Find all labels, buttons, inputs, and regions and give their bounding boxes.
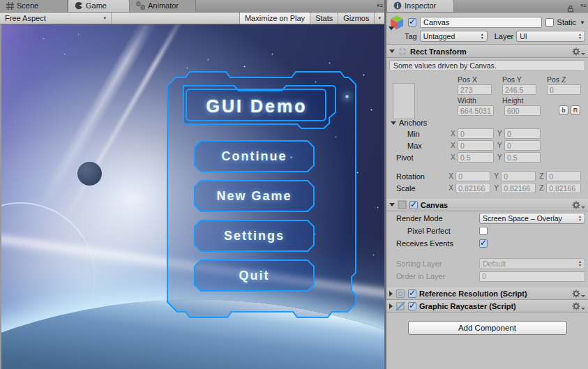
pixel-perfect-checkbox[interactable] xyxy=(479,227,488,235)
foldout-triangle[interactable] xyxy=(389,50,395,53)
reference-resolution-title: Reference Resolution (Script) xyxy=(419,289,569,298)
canvas-component-header[interactable]: Canvas xyxy=(386,199,588,211)
gear-icon[interactable] xyxy=(572,302,585,310)
sorting-layer-value: Default xyxy=(483,259,576,268)
rotation-y-field: 0 xyxy=(501,171,536,181)
reference-resolution-header[interactable]: Reference Resolution (Script) xyxy=(386,287,588,300)
render-mode-dropdown[interactable]: Screen Space – Overlay xyxy=(479,213,585,224)
tab-scene-label: Scene xyxy=(17,1,38,10)
pos-y-label: Pos Y xyxy=(495,75,536,84)
render-mode-label: Render Mode xyxy=(389,214,479,223)
continue-button[interactable]: Continue xyxy=(195,141,314,172)
foldout-triangle[interactable] xyxy=(389,291,393,296)
layer-label: Layer xyxy=(495,32,514,40)
settings-button[interactable]: Settings xyxy=(195,220,314,251)
foldout-triangle[interactable] xyxy=(389,203,395,206)
anchor-max-y-field: 0 xyxy=(504,140,541,151)
new-game-button[interactable]: New Game xyxy=(195,181,314,211)
canvas-component-icon xyxy=(398,200,407,209)
active-checkbox[interactable] xyxy=(408,18,416,27)
static-checkbox[interactable] xyxy=(545,18,554,27)
gear-icon[interactable] xyxy=(572,47,585,56)
chevron-down-icon: ▾ xyxy=(378,15,381,21)
pivot-x-field: 0.5 xyxy=(458,152,494,163)
tag-dropdown[interactable]: Untagged xyxy=(420,31,488,42)
game-view: GUI Demo Continue New Game Settings Quit xyxy=(0,24,384,369)
rotation-label: Rotation xyxy=(386,172,448,181)
raw-edit-mode-button[interactable]: R xyxy=(571,105,580,115)
rect-transform-icon xyxy=(398,47,407,57)
anchors-label: Anchors xyxy=(399,119,427,127)
pivot-y-field: 0.5 xyxy=(504,152,541,163)
animator-icon xyxy=(136,1,145,10)
aspect-dropdown-value: Free Aspect xyxy=(5,14,46,22)
maximize-on-play-button[interactable]: Maximize on Play xyxy=(239,13,310,24)
canvas-enabled-checkbox[interactable] xyxy=(409,201,418,209)
game-panel-menu-icon[interactable]: ▾≡ xyxy=(377,2,382,9)
rect-transform-title: Rect Transform xyxy=(410,47,569,56)
scene-grid-icon xyxy=(6,2,14,10)
graphic-raycaster-header[interactable]: Graphic Raycaster (Script) xyxy=(386,300,588,312)
rect-preview-box xyxy=(393,83,415,119)
tab-scene[interactable]: Scene xyxy=(0,0,68,12)
game-panel-tabbar: Scene Game Animator ▾≡ xyxy=(0,0,384,13)
layer-dropdown[interactable]: UI xyxy=(516,31,585,42)
tab-animator-label: Animator xyxy=(148,1,179,10)
height-field: 600 xyxy=(504,105,541,116)
order-in-layer-field: 0 xyxy=(479,271,585,282)
inspector-tabbar: Inspector ▾≡ xyxy=(386,0,588,13)
rotation-x-field: 0 xyxy=(455,171,490,181)
icon-foldout-triangle xyxy=(389,27,394,31)
graphic-raycaster-checkbox[interactable] xyxy=(408,302,416,310)
width-field: 664.5031 xyxy=(458,105,494,116)
graphic-raycaster-icon xyxy=(395,301,405,311)
anchors-foldout[interactable]: Anchors xyxy=(391,118,585,128)
foldout-triangle[interactable] xyxy=(389,303,393,309)
popup-arrows-icon xyxy=(481,33,484,40)
tab-game[interactable]: Game xyxy=(68,0,130,12)
stats-button[interactable]: Stats xyxy=(310,13,338,24)
static-label: Static xyxy=(557,18,577,27)
render-mode-value: Screen Space – Overlay xyxy=(483,214,576,223)
gizmos-dropdown-arrow[interactable]: ▾ xyxy=(374,13,384,24)
unity-editor-window: Scene Game Animator ▾≡ Free Aspect ▾ Max… xyxy=(0,0,588,369)
scale-z-field: 0.82166 xyxy=(546,183,581,193)
reference-resolution-icon xyxy=(395,289,405,299)
gizmos-button[interactable]: Gizmos xyxy=(338,13,374,24)
sorting-layer-dropdown: Default xyxy=(479,258,585,269)
driven-values-infobox: Some values driven by Canvas. xyxy=(389,60,585,71)
reference-resolution-checkbox[interactable] xyxy=(408,289,416,298)
anchor-min-y-field: 0 xyxy=(504,128,541,139)
tab-inspector[interactable]: Inspector xyxy=(386,0,454,12)
pivot-label: Pivot xyxy=(386,153,451,162)
receives-events-checkbox[interactable] xyxy=(479,239,488,248)
popup-arrows-icon xyxy=(578,33,582,40)
inspector-menu-icon[interactable]: ▾≡ xyxy=(580,2,586,9)
quit-button[interactable]: Quit xyxy=(195,260,314,291)
rect-transform-header[interactable]: Rect Transform xyxy=(386,45,588,58)
tab-animator[interactable]: Animator xyxy=(130,0,196,12)
gear-icon[interactable] xyxy=(572,201,585,209)
scale-x-field: 0.82166 xyxy=(455,183,490,193)
width-label: Width xyxy=(451,96,492,105)
name-field[interactable]: Canvas xyxy=(420,17,542,28)
gear-icon[interactable] xyxy=(572,289,585,298)
inspector-panel: Canvas Static ▼ Tag Untagged Layer UI xyxy=(386,13,588,369)
pixel-perfect-label: Pixel Perfect xyxy=(389,227,479,235)
rect-transform-body: Pos X Pos Y Pos Z 273 246.5 0 Width Heig… xyxy=(386,73,588,199)
tag-value: Untagged xyxy=(423,32,478,40)
game-icon xyxy=(75,1,83,10)
static-dropdown-arrow[interactable]: ▼ xyxy=(580,20,585,26)
sorting-layer-label: Sorting Layer xyxy=(389,259,479,268)
add-component-button[interactable]: Add Component xyxy=(408,321,567,335)
receives-events-label: Receives Events xyxy=(389,239,479,248)
blueprint-mode-button[interactable]: b xyxy=(559,105,568,115)
anchors-min-label: Min xyxy=(386,130,451,138)
tab-game-label: Game xyxy=(86,1,107,10)
pos-z-label: Pos Z xyxy=(540,75,581,84)
aspect-dropdown[interactable]: Free Aspect ▾ xyxy=(0,13,112,24)
gameobject-cube-icon[interactable] xyxy=(389,15,405,30)
foldout-triangle[interactable] xyxy=(391,121,396,125)
pos-x-field: 273 xyxy=(458,84,492,95)
height-label: Height xyxy=(495,96,536,105)
